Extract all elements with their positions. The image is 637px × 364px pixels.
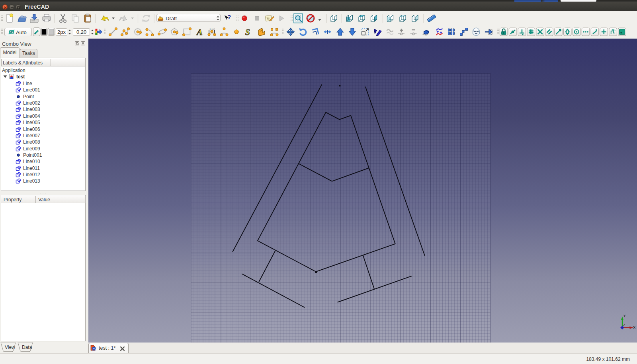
- svg-text:Z: Z: [623, 323, 625, 327]
- svg-text:Y: Y: [623, 313, 626, 318]
- svg-text:?: ?: [227, 14, 231, 20]
- svg-text:A: A: [196, 27, 203, 37]
- svg-text:X: X: [633, 325, 636, 329]
- svg-text:1.02: 1.02: [209, 27, 215, 30]
- svg-text:S: S: [245, 27, 250, 37]
- svg-text:View: View: [5, 345, 15, 350]
- svg-text:Data: Data: [22, 345, 32, 350]
